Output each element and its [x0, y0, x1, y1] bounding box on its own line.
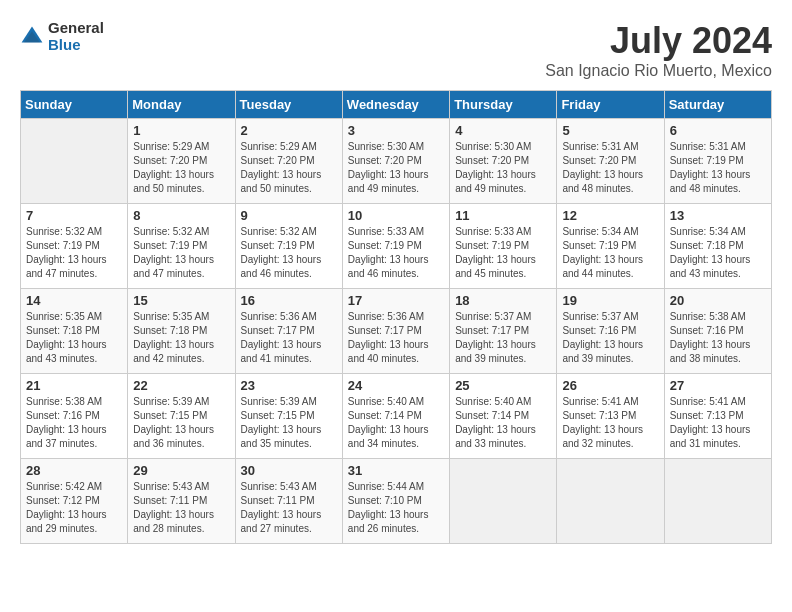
- calendar-header-row: SundayMondayTuesdayWednesdayThursdayFrid…: [21, 91, 772, 119]
- month-title: July 2024: [545, 20, 772, 62]
- logo-blue-text: Blue: [48, 37, 104, 54]
- day-cell: 31Sunrise: 5:44 AMSunset: 7:10 PMDayligh…: [342, 459, 449, 544]
- day-cell: 25Sunrise: 5:40 AMSunset: 7:14 PMDayligh…: [450, 374, 557, 459]
- day-info: Sunrise: 5:31 AMSunset: 7:20 PMDaylight:…: [562, 140, 658, 196]
- day-cell: 28Sunrise: 5:42 AMSunset: 7:12 PMDayligh…: [21, 459, 128, 544]
- day-cell: 17Sunrise: 5:36 AMSunset: 7:17 PMDayligh…: [342, 289, 449, 374]
- day-number: 19: [562, 293, 658, 308]
- col-header-tuesday: Tuesday: [235, 91, 342, 119]
- day-cell: 7Sunrise: 5:32 AMSunset: 7:19 PMDaylight…: [21, 204, 128, 289]
- day-number: 10: [348, 208, 444, 223]
- day-info: Sunrise: 5:34 AMSunset: 7:18 PMDaylight:…: [670, 225, 766, 281]
- day-info: Sunrise: 5:32 AMSunset: 7:19 PMDaylight:…: [26, 225, 122, 281]
- day-number: 4: [455, 123, 551, 138]
- day-cell: [557, 459, 664, 544]
- day-number: 27: [670, 378, 766, 393]
- day-info: Sunrise: 5:43 AMSunset: 7:11 PMDaylight:…: [133, 480, 229, 536]
- day-info: Sunrise: 5:43 AMSunset: 7:11 PMDaylight:…: [241, 480, 337, 536]
- week-row-5: 28Sunrise: 5:42 AMSunset: 7:12 PMDayligh…: [21, 459, 772, 544]
- day-number: 25: [455, 378, 551, 393]
- day-info: Sunrise: 5:40 AMSunset: 7:14 PMDaylight:…: [348, 395, 444, 451]
- col-header-saturday: Saturday: [664, 91, 771, 119]
- day-cell: 10Sunrise: 5:33 AMSunset: 7:19 PMDayligh…: [342, 204, 449, 289]
- day-cell: 15Sunrise: 5:35 AMSunset: 7:18 PMDayligh…: [128, 289, 235, 374]
- day-cell: 6Sunrise: 5:31 AMSunset: 7:19 PMDaylight…: [664, 119, 771, 204]
- day-info: Sunrise: 5:44 AMSunset: 7:10 PMDaylight:…: [348, 480, 444, 536]
- logo-icon: [20, 25, 44, 49]
- day-cell: 22Sunrise: 5:39 AMSunset: 7:15 PMDayligh…: [128, 374, 235, 459]
- day-cell: 13Sunrise: 5:34 AMSunset: 7:18 PMDayligh…: [664, 204, 771, 289]
- day-cell: 16Sunrise: 5:36 AMSunset: 7:17 PMDayligh…: [235, 289, 342, 374]
- day-info: Sunrise: 5:39 AMSunset: 7:15 PMDaylight:…: [133, 395, 229, 451]
- day-info: Sunrise: 5:35 AMSunset: 7:18 PMDaylight:…: [26, 310, 122, 366]
- day-info: Sunrise: 5:37 AMSunset: 7:16 PMDaylight:…: [562, 310, 658, 366]
- day-cell: [450, 459, 557, 544]
- day-info: Sunrise: 5:39 AMSunset: 7:15 PMDaylight:…: [241, 395, 337, 451]
- day-number: 12: [562, 208, 658, 223]
- day-cell: 5Sunrise: 5:31 AMSunset: 7:20 PMDaylight…: [557, 119, 664, 204]
- col-header-friday: Friday: [557, 91, 664, 119]
- day-info: Sunrise: 5:32 AMSunset: 7:19 PMDaylight:…: [133, 225, 229, 281]
- day-number: 9: [241, 208, 337, 223]
- day-number: 3: [348, 123, 444, 138]
- day-number: 11: [455, 208, 551, 223]
- day-cell: 30Sunrise: 5:43 AMSunset: 7:11 PMDayligh…: [235, 459, 342, 544]
- day-info: Sunrise: 5:33 AMSunset: 7:19 PMDaylight:…: [455, 225, 551, 281]
- day-cell: 11Sunrise: 5:33 AMSunset: 7:19 PMDayligh…: [450, 204, 557, 289]
- col-header-sunday: Sunday: [21, 91, 128, 119]
- day-cell: 27Sunrise: 5:41 AMSunset: 7:13 PMDayligh…: [664, 374, 771, 459]
- day-info: Sunrise: 5:37 AMSunset: 7:17 PMDaylight:…: [455, 310, 551, 366]
- day-number: 30: [241, 463, 337, 478]
- day-cell: 3Sunrise: 5:30 AMSunset: 7:20 PMDaylight…: [342, 119, 449, 204]
- week-row-2: 7Sunrise: 5:32 AMSunset: 7:19 PMDaylight…: [21, 204, 772, 289]
- logo: General Blue: [20, 20, 104, 53]
- day-cell: 19Sunrise: 5:37 AMSunset: 7:16 PMDayligh…: [557, 289, 664, 374]
- day-info: Sunrise: 5:34 AMSunset: 7:19 PMDaylight:…: [562, 225, 658, 281]
- title-area: July 2024 San Ignacio Rio Muerto, Mexico: [545, 20, 772, 80]
- day-info: Sunrise: 5:29 AMSunset: 7:20 PMDaylight:…: [133, 140, 229, 196]
- day-cell: 9Sunrise: 5:32 AMSunset: 7:19 PMDaylight…: [235, 204, 342, 289]
- day-cell: 8Sunrise: 5:32 AMSunset: 7:19 PMDaylight…: [128, 204, 235, 289]
- day-info: Sunrise: 5:36 AMSunset: 7:17 PMDaylight:…: [348, 310, 444, 366]
- week-row-3: 14Sunrise: 5:35 AMSunset: 7:18 PMDayligh…: [21, 289, 772, 374]
- day-number: 6: [670, 123, 766, 138]
- day-number: 22: [133, 378, 229, 393]
- week-row-4: 21Sunrise: 5:38 AMSunset: 7:16 PMDayligh…: [21, 374, 772, 459]
- col-header-wednesday: Wednesday: [342, 91, 449, 119]
- day-info: Sunrise: 5:30 AMSunset: 7:20 PMDaylight:…: [348, 140, 444, 196]
- day-number: 5: [562, 123, 658, 138]
- day-info: Sunrise: 5:42 AMSunset: 7:12 PMDaylight:…: [26, 480, 122, 536]
- day-number: 13: [670, 208, 766, 223]
- day-number: 24: [348, 378, 444, 393]
- day-info: Sunrise: 5:32 AMSunset: 7:19 PMDaylight:…: [241, 225, 337, 281]
- day-number: 18: [455, 293, 551, 308]
- day-info: Sunrise: 5:33 AMSunset: 7:19 PMDaylight:…: [348, 225, 444, 281]
- day-cell: 18Sunrise: 5:37 AMSunset: 7:17 PMDayligh…: [450, 289, 557, 374]
- day-number: 31: [348, 463, 444, 478]
- day-info: Sunrise: 5:40 AMSunset: 7:14 PMDaylight:…: [455, 395, 551, 451]
- day-number: 23: [241, 378, 337, 393]
- day-cell: 26Sunrise: 5:41 AMSunset: 7:13 PMDayligh…: [557, 374, 664, 459]
- day-info: Sunrise: 5:30 AMSunset: 7:20 PMDaylight:…: [455, 140, 551, 196]
- col-header-monday: Monday: [128, 91, 235, 119]
- col-header-thursday: Thursday: [450, 91, 557, 119]
- day-number: 16: [241, 293, 337, 308]
- day-cell: 2Sunrise: 5:29 AMSunset: 7:20 PMDaylight…: [235, 119, 342, 204]
- day-cell: 4Sunrise: 5:30 AMSunset: 7:20 PMDaylight…: [450, 119, 557, 204]
- day-number: 2: [241, 123, 337, 138]
- day-cell: 21Sunrise: 5:38 AMSunset: 7:16 PMDayligh…: [21, 374, 128, 459]
- day-number: 29: [133, 463, 229, 478]
- day-number: 8: [133, 208, 229, 223]
- day-cell: 12Sunrise: 5:34 AMSunset: 7:19 PMDayligh…: [557, 204, 664, 289]
- day-info: Sunrise: 5:38 AMSunset: 7:16 PMDaylight:…: [26, 395, 122, 451]
- location-title: San Ignacio Rio Muerto, Mexico: [545, 62, 772, 80]
- day-cell: [21, 119, 128, 204]
- day-number: 28: [26, 463, 122, 478]
- day-info: Sunrise: 5:36 AMSunset: 7:17 PMDaylight:…: [241, 310, 337, 366]
- day-cell: 14Sunrise: 5:35 AMSunset: 7:18 PMDayligh…: [21, 289, 128, 374]
- day-number: 7: [26, 208, 122, 223]
- day-cell: 1Sunrise: 5:29 AMSunset: 7:20 PMDaylight…: [128, 119, 235, 204]
- day-number: 15: [133, 293, 229, 308]
- day-info: Sunrise: 5:41 AMSunset: 7:13 PMDaylight:…: [562, 395, 658, 451]
- day-number: 1: [133, 123, 229, 138]
